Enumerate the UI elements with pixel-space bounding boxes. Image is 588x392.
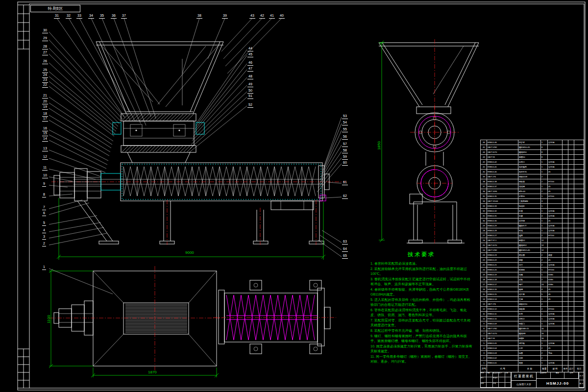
parts-table-cell: [548, 174, 563, 179]
parts-table-cell: 12: [541, 238, 548, 243]
parts-table-cell: [574, 145, 584, 149]
parts-table-cell: 2: [541, 345, 548, 350]
parts-table-cell: Q235A: [548, 213, 563, 218]
parts-table-row: 5HSMJJ-05调节板1Q235A: [480, 341, 584, 345]
parts-table-cell: [568, 321, 574, 326]
parts-table-cell: [568, 301, 574, 306]
part-callout-43: 43: [249, 14, 255, 19]
parts-table-cell: [563, 154, 568, 159]
parts-table-cell: 26: [480, 238, 487, 243]
part-callout-26: 26: [42, 59, 48, 64]
parts-table-cell: 毡圈: [518, 350, 541, 355]
parts-table-cell: HSMJJ-18: [487, 277, 518, 282]
parts-table-cell: HSMJJ-38: [487, 179, 518, 184]
parts-table-cell: 风机蜗壳: [518, 164, 541, 169]
parts-table-cell: [574, 233, 584, 238]
part-callout-32: 32: [66, 14, 72, 19]
parts-table-cell: 筛网: [518, 272, 541, 277]
parts-table-cell: 23: [480, 252, 487, 257]
parts-table-cell: 27: [480, 233, 487, 238]
parts-table-cell: HT200: [548, 306, 563, 311]
parts-table-cell: 44: [480, 149, 487, 154]
parts-table-cell: [563, 223, 568, 228]
parts-table-cell: [568, 336, 574, 341]
parts-table-cell: [563, 316, 568, 321]
parts-table-cell: [568, 218, 574, 223]
tech-requirement-item: 3. 整机清洗洁净后按装配工艺规定进行空载试运转，试运转中不得有冲击、噪声、温升…: [370, 277, 472, 287]
parts-table-cell: [563, 287, 568, 292]
technical-requirements: 技术要求 1. 各密封件装配前必须浸透油。2. 装配滚动轴承允许采用机油加热进行…: [370, 251, 472, 365]
dimension-1850: 1850: [377, 141, 381, 150]
parts-table-cell: 14: [480, 296, 487, 301]
parts-table-cell: HT200: [548, 233, 563, 238]
parts-table-row: 37HSMJJ-37传动轴145: [480, 184, 584, 189]
parts-table-cell: 1: [541, 169, 548, 174]
parts-table-cell: 45: [548, 292, 563, 296]
parts-table-cell: 16: [541, 331, 548, 336]
title-block-sign-cell: 标准化: [493, 377, 499, 382]
parts-table-cell: [574, 355, 584, 360]
technical-requirements-list: 1. 各密封件装配前必须浸透油。2. 装配滚动轴承允许采用机油加热进行装配，油的…: [370, 261, 472, 364]
parts-table-cell: 1: [541, 194, 548, 198]
parts-table-cell: [563, 262, 568, 267]
part-callout-2: 2: [42, 242, 46, 246]
parts-table-cell: 41: [480, 164, 487, 169]
parts-table-cell: 代 号: [487, 365, 518, 372]
parts-table-cell: 31: [480, 213, 487, 218]
parts-table-cell: HSMJJ-15: [487, 292, 518, 296]
parts-table-cell: GB/T 6170: [487, 149, 518, 154]
parts-table-cell: [574, 350, 584, 355]
parts-table-cell: 锤片: [518, 282, 541, 287]
title-block-sign-cell: [499, 377, 505, 382]
parts-table-cell: GB/T 276: [487, 301, 518, 306]
parts-table-cell: [574, 257, 584, 262]
part-callout-5: 5: [42, 221, 46, 226]
part-callout-38: 38: [196, 14, 202, 19]
parts-table-cell: 垫圈12: [518, 238, 541, 243]
part-callout-21: 21: [42, 94, 48, 98]
parts-table-cell: [568, 228, 574, 233]
parts-table-cell: [563, 218, 568, 223]
parts-table-cell: 45: [548, 184, 563, 189]
drawing-number: HSMJJ-00: [537, 379, 579, 388]
part-callout-46: 46: [247, 61, 253, 66]
parts-table-cell: Q235A: [548, 140, 563, 145]
parts-table-row: 1HSMJJ-01底座1Q235A: [480, 360, 584, 365]
parts-table-cell: [574, 287, 584, 292]
parts-table-row: 40HSMJJ-40风机叶轮145: [480, 169, 584, 174]
parts-table-cell: [563, 345, 568, 350]
parts-table-cell: 螺母M12: [518, 243, 541, 247]
title-block-sign-cell: 签字: [499, 372, 505, 377]
parts-table-cell: 15: [480, 292, 487, 296]
parts-table-cell: 序号: [480, 365, 487, 372]
parts-table-cell: 2: [541, 233, 548, 238]
parts-table-row: 10HSMJJ-10进料斗1Q235A: [480, 316, 584, 321]
part-callout-29: 29: [42, 36, 48, 41]
parts-table-cell: HSMJJ-10: [487, 316, 518, 321]
parts-table-cell: [568, 198, 574, 203]
parts-table-cell: [563, 169, 568, 174]
parts-table-cell: [568, 331, 574, 336]
parts-table-cell: [568, 184, 574, 189]
tech-requirement-item: 8. 装配过程中零件不允许磕、碰、划伤和锈蚀。: [370, 328, 472, 333]
parts-table-row: 38HSMJJ-38轴承座2HT200: [480, 179, 584, 184]
parts-table-row: 26GB/T 97.1垫圈1212: [480, 238, 584, 243]
parts-table-cell: [574, 149, 584, 154]
parts-table-row: 34GB/T 11544三角带A型3: [480, 198, 584, 203]
parts-table-cell: [568, 149, 574, 154]
parts-table-cell: 45: [548, 189, 563, 194]
parts-table-cell: [568, 154, 574, 159]
parts-table-cell: [563, 149, 568, 154]
part-callout-61: 61: [342, 180, 348, 185]
parts-table-cell: Q235A: [548, 223, 563, 228]
parts-table-cell: HSMJJ-27: [487, 233, 518, 238]
parts-table-cell: [568, 223, 574, 228]
leader-lines: [49, 18, 342, 294]
parts-table-cell: [568, 292, 574, 296]
parts-table-cell: 35: [480, 194, 487, 198]
parts-table-cell: 2: [541, 301, 548, 306]
sheet-index: 第 张: [579, 380, 584, 388]
title-block-sign-cell: 更改文件号: [493, 372, 499, 377]
parts-table-cell: [574, 159, 584, 164]
part-callout-27: 27: [42, 50, 48, 55]
